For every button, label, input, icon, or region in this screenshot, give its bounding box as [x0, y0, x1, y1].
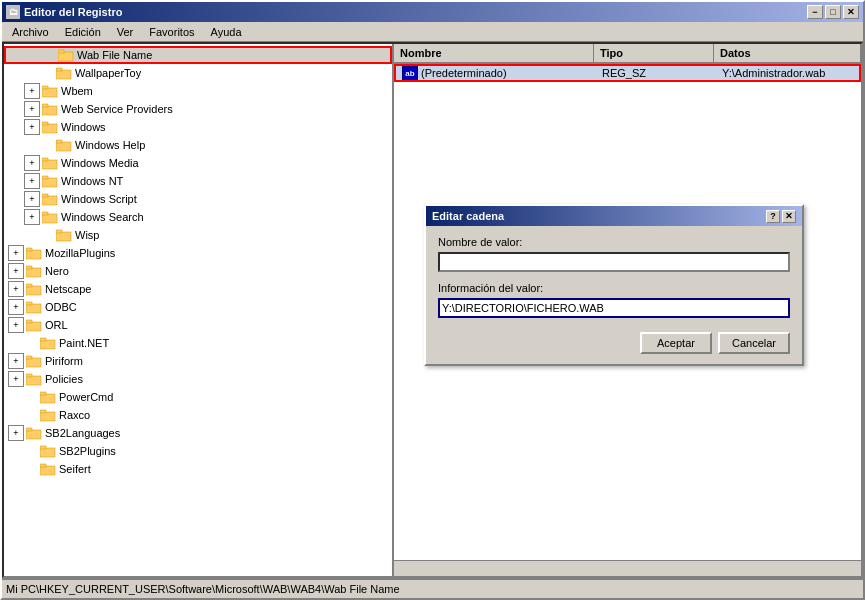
svg-rect-46: [40, 466, 55, 475]
expand-btn-mozilla[interactable]: +: [8, 245, 24, 261]
tree-panel[interactable]: Wab File Name WallpaperToy +: [4, 44, 394, 576]
folder-icon: [42, 84, 58, 98]
svg-rect-8: [42, 124, 57, 133]
svg-rect-44: [40, 448, 55, 457]
expand-btn-policies[interactable]: +: [8, 371, 24, 387]
minimize-button[interactable]: −: [807, 5, 823, 19]
menu-ver[interactable]: Ver: [109, 24, 142, 40]
edit-string-dialog[interactable]: Editar cadena ? ✕ Nombre de valor: Infor…: [424, 204, 804, 366]
tree-item-label: Piriform: [45, 355, 83, 367]
tree-item-raxco[interactable]: Raxco: [4, 406, 392, 424]
tree-item-wisp[interactable]: Wisp: [4, 226, 392, 244]
nombre-input[interactable]: [438, 252, 790, 272]
svg-rect-47: [40, 464, 46, 467]
dialog-buttons: Aceptar Cancelar: [438, 332, 790, 354]
table-row[interactable]: ab (Predeterminado) REG_SZ Y:\Administra…: [394, 64, 861, 82]
column-tipo: Tipo: [594, 44, 714, 62]
folder-icon: [42, 174, 58, 188]
svg-rect-37: [26, 374, 32, 377]
cell-name: ab (Predeterminado): [396, 66, 596, 80]
expand-btn-sb2languages[interactable]: +: [8, 425, 24, 441]
folder-icon: [26, 426, 42, 440]
tree-item-windows-help[interactable]: Windows Help: [4, 136, 392, 154]
tree-item-seifert[interactable]: Seifert: [4, 460, 392, 478]
svg-rect-21: [56, 230, 62, 233]
tree-item-netscape[interactable]: + Netscape: [4, 280, 392, 298]
tree-item-windows-search[interactable]: + Windows Search: [4, 208, 392, 226]
svg-rect-23: [26, 248, 32, 251]
tree-item-paint-net[interactable]: Paint.NET: [4, 334, 392, 352]
menu-edicion[interactable]: Edición: [57, 24, 109, 40]
svg-rect-9: [42, 122, 48, 125]
tree-item-wab-file-name[interactable]: Wab File Name: [4, 46, 392, 64]
tree-item-label: SB2Languages: [45, 427, 120, 439]
tree-item-nero[interactable]: + Nero: [4, 262, 392, 280]
tree-item-mozilla-plugins[interactable]: + MozillaPlugins: [4, 244, 392, 262]
expand-btn-windows[interactable]: +: [24, 119, 40, 135]
cell-type: REG_SZ: [596, 67, 716, 79]
svg-rect-27: [26, 284, 32, 287]
tree-item-orl[interactable]: + ORL: [4, 316, 392, 334]
tree-item-powercmd[interactable]: PowerCmd: [4, 388, 392, 406]
expand-btn-orl[interactable]: +: [8, 317, 24, 333]
folder-icon: [26, 372, 42, 386]
tree-item-odbc[interactable]: + ODBC: [4, 298, 392, 316]
ab-icon: ab: [402, 66, 418, 80]
tree-item-label: Windows Script: [61, 193, 137, 205]
menu-favoritos[interactable]: Favoritos: [141, 24, 202, 40]
expand-btn-windows-nt[interactable]: +: [24, 173, 40, 189]
folder-icon: [40, 336, 56, 350]
tree-item-windows-script[interactable]: + Windows Script: [4, 190, 392, 208]
expand-btn-odbc[interactable]: +: [8, 299, 24, 315]
expand-btn-windows-script[interactable]: +: [24, 191, 40, 207]
dialog-close-button[interactable]: ✕: [782, 210, 796, 223]
svg-rect-33: [40, 338, 46, 341]
tree-item-windows-nt[interactable]: + Windows NT: [4, 172, 392, 190]
info-label: Información del valor:: [438, 282, 790, 294]
expand-btn-windows-media[interactable]: +: [24, 155, 40, 171]
dialog-help-button[interactable]: ?: [766, 210, 780, 223]
tree-item-policies[interactable]: + Policies: [4, 370, 392, 388]
tree-item-sb2languages[interactable]: + SB2Languages: [4, 424, 392, 442]
accept-button[interactable]: Aceptar: [640, 332, 712, 354]
folder-icon: [26, 300, 42, 314]
menu-archivo[interactable]: Archivo: [4, 24, 57, 40]
main-content: Wab File Name WallpaperToy +: [2, 42, 863, 578]
svg-rect-16: [42, 196, 57, 205]
tree-item-web-service-providers[interactable]: + Web Service Providers: [4, 100, 392, 118]
tree-item-windows-media[interactable]: + Windows Media: [4, 154, 392, 172]
expand-btn-piriform[interactable]: +: [8, 353, 24, 369]
svg-rect-31: [26, 320, 32, 323]
expand-btn-wbem[interactable]: +: [24, 83, 40, 99]
tree-item-windows[interactable]: + Windows: [4, 118, 392, 136]
svg-rect-29: [26, 302, 32, 305]
info-input[interactable]: [438, 298, 790, 318]
svg-rect-36: [26, 376, 41, 385]
svg-rect-43: [26, 428, 32, 431]
svg-rect-30: [26, 322, 41, 331]
expand-btn-nero[interactable]: +: [8, 263, 24, 279]
cancel-button[interactable]: Cancelar: [718, 332, 790, 354]
dialog-title-text: Editar cadena: [432, 210, 504, 222]
expand-btn-web-service[interactable]: +: [24, 101, 40, 117]
expand-btn-windows-search[interactable]: +: [24, 209, 40, 225]
right-scrollbar[interactable]: [394, 560, 861, 576]
tree-item-label: Wab File Name: [77, 49, 152, 61]
menu-ayuda[interactable]: Ayuda: [203, 24, 250, 40]
dialog-body: Nombre de valor: Información del valor: …: [426, 226, 802, 364]
tree-item-wallpapertoy[interactable]: WallpaperToy: [4, 64, 392, 82]
tree-item-sb2plugins[interactable]: SB2Plugins: [4, 442, 392, 460]
tree-item-wbem[interactable]: + Wbem: [4, 82, 392, 100]
tree-item-piriform[interactable]: + Piriform: [4, 352, 392, 370]
close-button[interactable]: ✕: [843, 5, 859, 19]
tree-item-label: ODBC: [45, 301, 77, 313]
svg-rect-14: [42, 178, 57, 187]
maximize-button[interactable]: □: [825, 5, 841, 19]
expand-btn-netscape[interactable]: +: [8, 281, 24, 297]
svg-rect-7: [42, 104, 48, 107]
nombre-label: Nombre de valor:: [438, 236, 790, 248]
tree-item-label: Windows: [61, 121, 106, 133]
tree-item-label: MozillaPlugins: [45, 247, 115, 259]
svg-rect-18: [42, 214, 57, 223]
tree-item-label: Seifert: [59, 463, 91, 475]
